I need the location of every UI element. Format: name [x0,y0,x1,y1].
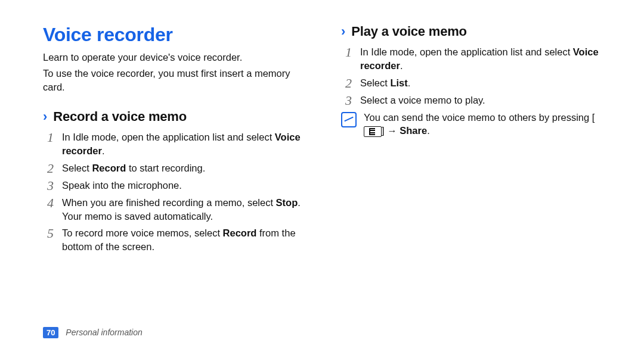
play-steps: 1 In Idle mode, open the application lis… [341,45,609,107]
section-record: › Record a voice memo 1 In Idle mode, op… [43,109,311,254]
record-step-1: 1 In Idle mode, open the application lis… [43,130,311,158]
intro-line-2: To use the voice recorder, you must firs… [43,67,311,94]
page-footer: 70 Personal information [43,327,143,338]
step-number: 2 [43,161,54,175]
note-bold: Share [400,125,427,136]
step-number: 3 [341,94,352,107]
record-step-3: 3 Speak into the microphone. [43,179,311,192]
step-number: 1 [341,45,352,59]
play-step-1: 1 In Idle mode, open the application lis… [341,45,609,73]
step-number: 1 [43,130,54,144]
step-body: Select Record to start recording. [62,161,205,175]
record-step-5: 5 To record more voice memos, select Rec… [43,226,311,254]
manual-page: Voice recorder Learn to operate your dev… [0,0,644,349]
step-body: In Idle mode, open the application list … [360,45,609,73]
play-step-3: 3 Select a voice memo to play. [341,94,609,107]
record-step-4: 4 When you are finished recording a memo… [43,196,311,223]
step-number: 4 [43,196,54,210]
step-number: 5 [43,226,54,240]
note-body: You can send the voice memo to others by… [364,111,609,138]
step-body: In Idle mode, open the application list … [62,130,311,158]
right-column: › Play a voice memo 1 In Idle mode, open… [341,24,609,337]
section-play-heading: Play a voice memo [351,24,466,39]
step-number: 3 [43,179,54,192]
step-body: To record more voice memos, select Recor… [62,226,311,254]
step-body: When you are finished recording a memo, … [62,196,311,223]
record-step-2: 2 Select Record to start recording. [43,161,311,175]
note-end: . [427,125,430,136]
note-text-suffix: ] → [382,125,400,136]
chevron-icon: › [43,110,47,123]
note-text-prefix: You can send the voice memo to others by… [364,112,595,123]
chevron-icon: › [341,25,345,38]
step-body: Speak into the microphone. [62,179,182,192]
page-number: 70 [43,327,58,338]
section-record-heading: Record a voice memo [53,109,187,124]
note-icon [341,112,357,127]
menu-key-icon [364,126,382,137]
play-step-2: 2 Select List. [341,76,609,90]
left-column: Voice recorder Learn to operate your dev… [43,24,311,337]
record-steps: 1 In Idle mode, open the application lis… [43,130,311,254]
step-number: 2 [341,76,352,90]
footer-section: Personal information [66,328,142,337]
step-body: Select a voice memo to play. [360,94,485,107]
share-note: You can send the voice memo to others by… [341,111,609,138]
page-title: Voice recorder [43,24,311,46]
step-body: Select List. [360,76,410,90]
intro-line-1: Learn to operate your device's voice rec… [43,51,311,64]
section-play: › Play a voice memo 1 In Idle mode, open… [341,24,609,138]
